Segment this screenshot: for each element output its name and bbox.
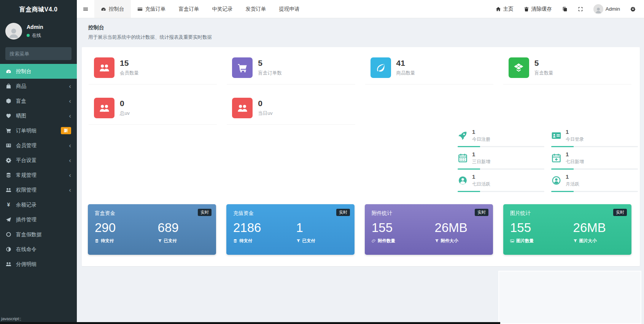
sidebar-item-label: 权限管理	[16, 187, 37, 194]
sidebar-item-balance-records[interactable]: ¥余额记录	[0, 197, 77, 212]
chevron-left-icon: ‹	[69, 157, 71, 164]
chevron-left-icon: ‹	[69, 172, 71, 178]
filter-icon	[296, 239, 301, 243]
avatar	[593, 4, 603, 14]
filter-icon	[573, 239, 577, 243]
mini-stat-seven-day-active: 1七日活跃	[458, 173, 544, 196]
credit-card-icon	[137, 6, 143, 12]
stat-card-blindbox-orders: 5盲盒订单数	[227, 57, 355, 84]
mini-stat-seven-day-new: 1七日新增	[551, 151, 638, 173]
sidebar-item-label: 分佣明细	[16, 261, 37, 268]
sidebar-item-label: 在线命令	[16, 246, 37, 253]
sidebar: 盲盒商城V4.0 Admin 在线 控制台 商品‹ 盲盒‹ 晒图‹ 订单明细新 …	[0, 0, 77, 324]
card-value-label: 待支付	[239, 238, 253, 244]
settings-button[interactable]	[630, 6, 636, 12]
mini-stat-label: 三日新增	[472, 159, 490, 165]
paper-plane-icon	[6, 217, 11, 222]
tab-label: 充值订单	[145, 6, 166, 13]
search-input[interactable]	[10, 51, 76, 57]
sidebar-item-commission-detail[interactable]: 分佣明细	[0, 257, 77, 272]
sidebar-item-label: 插件管理	[16, 216, 37, 223]
stat-label: 当日uv	[258, 110, 272, 117]
dropbox-icon	[509, 57, 529, 78]
mini-stat-today-register: 1今日注册	[458, 129, 544, 151]
sidebar-item-plugins[interactable]: 插件管理	[0, 212, 77, 227]
user-menu[interactable]: Admin	[593, 4, 620, 14]
sidebar-item-online-command[interactable]: 在线命令	[0, 242, 77, 257]
card-value: 1	[296, 221, 348, 235]
clear-cache-button[interactable]: 清除缓存	[524, 6, 552, 13]
stat-label: 会员数量	[120, 70, 139, 76]
card-value-label: 已支付	[164, 238, 177, 244]
tab-recharge-orders[interactable]: 充值订单	[131, 0, 172, 18]
stats-card-images: 图片统计 实时 155图片数量 26MB图片大小	[503, 204, 631, 255]
card-value: 26MB	[435, 221, 486, 235]
sidebar-item-label: 会员管理	[16, 142, 37, 149]
bottom-right-panel	[498, 271, 641, 324]
sidebar-item-dashboard[interactable]: 控制台	[0, 64, 77, 79]
tab-shipping-orders[interactable]: 发货订单	[239, 0, 273, 18]
user-status-label: 在线	[32, 32, 41, 39]
tab-dashboard[interactable]: 控制台	[94, 0, 131, 18]
stat-value: 5	[258, 59, 282, 68]
stat-card-products: 41商品数量	[365, 57, 493, 84]
realtime-badge: 实时	[613, 209, 627, 216]
stat-value: 15	[120, 59, 139, 68]
card-title: 附件统计	[372, 210, 486, 217]
mini-stat-label: 月活跃	[566, 181, 579, 187]
stat-value: 41	[396, 59, 415, 68]
home-label: 主页	[503, 6, 514, 13]
user-circle-outline-icon	[551, 175, 561, 186]
stat-card-total-uv: 0总uv	[89, 98, 217, 125]
trash-icon	[524, 6, 529, 12]
card-value-label: 图片大小	[579, 238, 597, 244]
sidebar-item-photos[interactable]: 晒图‹	[0, 108, 77, 123]
progress-bar	[458, 191, 544, 192]
card-value-label: 附件数量	[378, 238, 395, 244]
sidebar-item-label: 平台设置	[16, 157, 37, 164]
sidebar-item-goods[interactable]: 商品‹	[0, 79, 77, 94]
tab-prize-records[interactable]: 中奖记录	[206, 0, 239, 18]
mini-stat-value: 1	[566, 173, 579, 180]
filter-icon	[158, 239, 162, 243]
fullscreen-button[interactable]	[578, 6, 583, 12]
stat-card-daily-uv: 0当日uv	[227, 98, 355, 125]
sidebar-item-general-mgmt[interactable]: 常规管理‹	[0, 168, 77, 183]
tab-label: 盲盒订单	[179, 6, 199, 13]
filter-icon	[435, 239, 439, 243]
sidebar-item-permissions[interactable]: 权限管理‹	[0, 183, 77, 197]
id-card-icon	[551, 130, 561, 141]
sidebar-item-label: 控制台	[16, 68, 32, 75]
chevron-left-icon: ‹	[69, 187, 71, 193]
sidebar-item-order-detail[interactable]: 订单明细新	[0, 123, 77, 138]
table-icon	[6, 143, 11, 148]
copy-button[interactable]	[562, 6, 568, 12]
card-value-label: 待支付	[101, 238, 114, 244]
sidebar-item-members[interactable]: 会员管理‹	[0, 138, 77, 153]
app-title: 盲盒商城V4.0	[0, 0, 77, 19]
sidebar-item-platform-settings[interactable]: 平台设置‹	[0, 153, 77, 168]
hamburger-menu-button[interactable]	[77, 0, 94, 18]
tab-blindbox-orders[interactable]: 盲盒订单	[172, 0, 206, 18]
users-icon	[232, 98, 253, 118]
progress-bar	[458, 146, 544, 147]
tab-withdrawal-requests[interactable]: 提现申请	[273, 0, 306, 18]
copy-icon	[562, 6, 568, 12]
stat-label: 商品数量	[396, 70, 415, 76]
bag-icon	[6, 83, 11, 89]
sidebar-item-blindbox[interactable]: 盲盒‹	[0, 94, 77, 108]
chevron-left-icon: ‹	[69, 142, 71, 149]
sidebar-item-blindbox-fakedata[interactable]: 盲盒假数据	[0, 227, 77, 242]
stat-value: 5	[534, 59, 553, 68]
mini-stat-value: 1	[566, 151, 584, 157]
sidebar-item-label: 订单明细	[16, 127, 37, 134]
page-title: 控制台	[88, 24, 212, 31]
leaf-icon	[370, 57, 391, 78]
mini-stat-three-day-new: 1三日新增	[458, 151, 544, 173]
home-button[interactable]: 主页	[496, 6, 514, 13]
bottom-edge-strip	[0, 322, 500, 324]
navbar-right: 主页 清除缓存 Admin	[496, 0, 644, 18]
circle-icon	[6, 232, 11, 237]
progress-bar	[458, 168, 544, 170]
mini-stat-value: 1	[566, 129, 584, 135]
